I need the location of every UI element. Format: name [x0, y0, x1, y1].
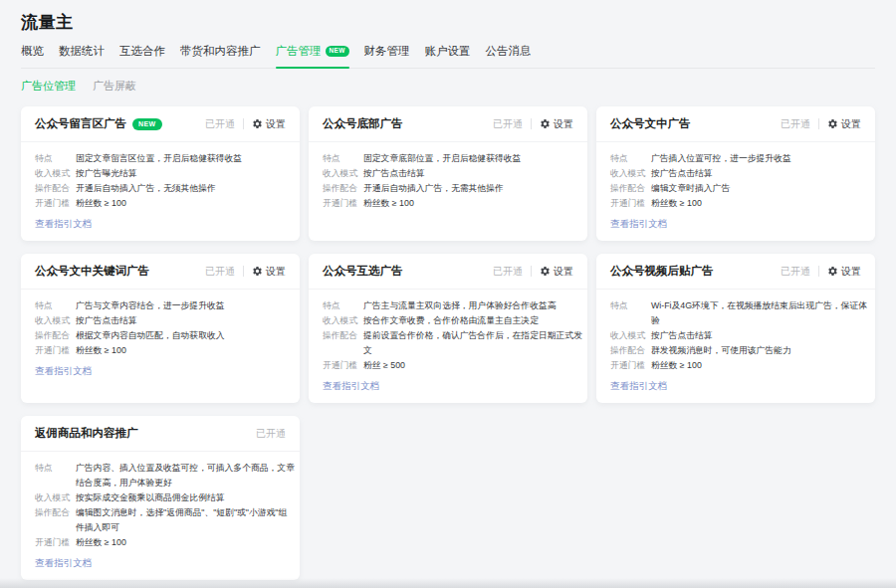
card-header: 公众号文中关键词广告已开通设置	[21, 254, 300, 290]
row-value: 提前设置合作价格，确认广告合作后，在指定日期正式发文	[363, 328, 583, 358]
tab-overview[interactable]: 概览	[21, 42, 44, 68]
status-badge: 已开通	[256, 427, 286, 441]
status-badge: 已开通	[205, 117, 235, 131]
card-row: 操作配合提前设置合作价格，确认广告合作后，在指定日期正式发文	[323, 328, 583, 358]
card-body: 特点广告与文章内容结合，进一步提升收益收入模式按广告点击结算操作配合根据文章内容…	[21, 290, 300, 388]
row-label: 特点	[323, 298, 363, 313]
guide-doc-link[interactable]: 查看指引文档	[610, 218, 667, 231]
ad-cards-grid: 公众号留言区广告NEW已开通设置特点固定文章留言区位置，开启后稳健获得收益收入模…	[21, 106, 875, 580]
card-header: 公众号视频后贴广告已开通设置	[596, 254, 875, 290]
gear-icon	[827, 266, 838, 277]
card-row: 操作配合编辑文章时插入广告	[610, 181, 871, 196]
row-label: 特点	[323, 151, 363, 166]
settings-button[interactable]: 设置	[540, 265, 573, 279]
tab-ad-management[interactable]: 广告管理NEW	[276, 42, 349, 68]
guide-doc-link[interactable]: 查看指引文档	[323, 380, 379, 393]
tab-data-stats[interactable]: 数据统计	[59, 42, 105, 68]
row-label: 收入模式	[323, 166, 363, 181]
tab-label: 带货和内容推广	[180, 44, 261, 59]
row-value: 按广告点击结算	[651, 166, 871, 181]
card-row: 操作配合群发视频消息时，可使用该广告能力	[610, 343, 871, 358]
row-value: 粉丝数 ≥ 100	[651, 196, 871, 211]
tab-label: 账户设置	[425, 44, 471, 59]
row-value: 广告与文章内容结合，进一步提升收益	[76, 298, 296, 313]
row-value: 群发视频消息时，可使用该广告能力	[651, 343, 871, 358]
tab-finance[interactable]: 财务管理	[364, 42, 410, 68]
tab-mutual-select[interactable]: 互选合作	[119, 42, 165, 68]
vertical-divider	[243, 118, 244, 129]
row-label: 收入模式	[610, 328, 651, 343]
row-label: 开通门槛	[35, 343, 76, 358]
row-value: 广告插入位置可控，进一步提升收益	[651, 151, 871, 166]
sub-tabs: 广告位管理广告屏蔽	[21, 69, 875, 94]
settings-button[interactable]: 设置	[827, 117, 861, 131]
card-title: 公众号底部广告	[323, 116, 403, 131]
main-tabs: 概览数据统计互选合作带货和内容推广广告管理NEW财务管理账户设置公告消息	[21, 42, 875, 69]
row-label: 特点	[35, 151, 76, 166]
guide-doc-link[interactable]: 查看指引文档	[35, 365, 92, 378]
row-label: 操作配合	[610, 181, 651, 196]
gear-icon	[827, 118, 838, 129]
card-header: 返佣商品和内容推广已开通	[21, 416, 300, 452]
card-title: 返佣商品和内容推广	[35, 426, 138, 441]
row-label: 开通门槛	[323, 358, 363, 373]
card-row: 操作配合根据文章内容自动匹配，自动获取收入	[35, 328, 296, 343]
vertical-divider	[531, 118, 532, 129]
settings-button[interactable]: 设置	[540, 117, 573, 131]
row-label: 特点	[610, 151, 651, 166]
tab-label: 数据统计	[59, 44, 105, 59]
row-value: 固定文章留言区位置，开启后稳健获得收益	[76, 151, 296, 166]
tab-announcements[interactable]: 公告消息	[486, 42, 532, 68]
tab-label: 广告管理	[276, 44, 322, 59]
row-value: 广告内容、插入位置及收益可控，可插入多个商品，文章结合度高，用户体验更好	[76, 461, 296, 490]
tab-label: 互选合作	[119, 44, 165, 59]
card-row: 操作配合开通后自动插入广告，无须其他操作	[35, 181, 296, 196]
card-row: 操作配合开通后自动插入广告，无需其他操作	[323, 181, 583, 196]
row-label: 操作配合	[610, 343, 651, 358]
row-value: 按合作文章收费，合作价格由流量主自主决定	[363, 313, 583, 328]
row-label: 操作配合	[35, 181, 76, 196]
subtab-ad-slot-management[interactable]: 广告位管理	[21, 79, 76, 94]
subtab-ad-blocking[interactable]: 广告屏蔽	[93, 79, 136, 94]
guide-doc-link[interactable]: 查看指引文档	[35, 557, 92, 570]
settings-label: 设置	[266, 117, 286, 131]
row-label: 特点	[610, 298, 651, 328]
vertical-divider	[243, 266, 244, 277]
row-value: 广告主与流量主双向选择，用户体验好合作收益高	[363, 298, 583, 313]
tab-commerce-and-content-promo[interactable]: 带货和内容推广	[180, 42, 261, 68]
row-value: 粉丝数 ≥ 100	[651, 358, 871, 373]
card-row: 特点广告与文章内容结合，进一步提升收益	[35, 298, 296, 313]
settings-button[interactable]: 设置	[252, 117, 286, 131]
tab-account-settings[interactable]: 账户设置	[425, 42, 471, 68]
card-row: 开通门槛粉丝数 ≥ 100	[610, 358, 871, 373]
guide-doc-link[interactable]: 查看指引文档	[35, 218, 92, 231]
row-label: 开通门槛	[610, 196, 651, 211]
card-row: 收入模式按广告点击结算	[610, 166, 871, 181]
card-row: 开通门槛粉丝数 ≥ 100	[35, 196, 296, 211]
card-header-right: 已开通设置	[205, 117, 286, 131]
row-value: Wi-Fi及4G环境下，在视频播放结束后出现广告，保证体验	[651, 298, 871, 328]
row-label: 操作配合	[35, 505, 76, 535]
settings-button[interactable]: 设置	[252, 265, 286, 279]
card-body: 特点固定文章留言区位置，开启后稳健获得收益收入模式按广告曝光结算操作配合开通后自…	[21, 142, 300, 241]
traffic-master-page: 流量主 概览数据统计互选合作带货和内容推广广告管理NEW财务管理账户设置公告消息…	[0, 0, 896, 580]
card-row: 特点固定文章底部位置，开启后稳健获得收益	[323, 151, 583, 166]
card-keyword-ad: 公众号文中关键词广告已开通设置特点广告与文章内容结合，进一步提升收益收入模式按广…	[21, 254, 300, 403]
card-row: 特点广告插入位置可控，进一步提升收益	[610, 151, 871, 166]
row-label: 收入模式	[35, 166, 76, 181]
row-value: 固定文章底部位置，开启后稳健获得收益	[363, 151, 583, 166]
row-label: 特点	[35, 461, 76, 490]
card-row: 特点广告内容、插入位置及收益可控，可插入多个商品，文章结合度高，用户体验更好	[35, 461, 296, 490]
card-in-article-ad: 公众号文中广告已开通设置特点广告插入位置可控，进一步提升收益收入模式按广告点击结…	[596, 106, 875, 241]
card-header: 公众号底部广告已开通设置	[309, 106, 587, 142]
guide-doc-link[interactable]: 查看指引文档	[610, 380, 667, 393]
vertical-divider	[531, 266, 532, 277]
settings-button[interactable]: 设置	[827, 265, 861, 279]
card-row: 收入模式按广告点击结算	[35, 313, 296, 328]
gear-icon	[252, 266, 263, 277]
gear-icon	[252, 118, 263, 129]
vertical-divider	[818, 266, 819, 277]
card-row: 收入模式按合作文章收费，合作价格由流量主自主决定	[323, 313, 583, 328]
card-row: 开通门槛粉丝数 ≥ 100	[35, 343, 296, 358]
status-badge: 已开通	[493, 265, 523, 279]
